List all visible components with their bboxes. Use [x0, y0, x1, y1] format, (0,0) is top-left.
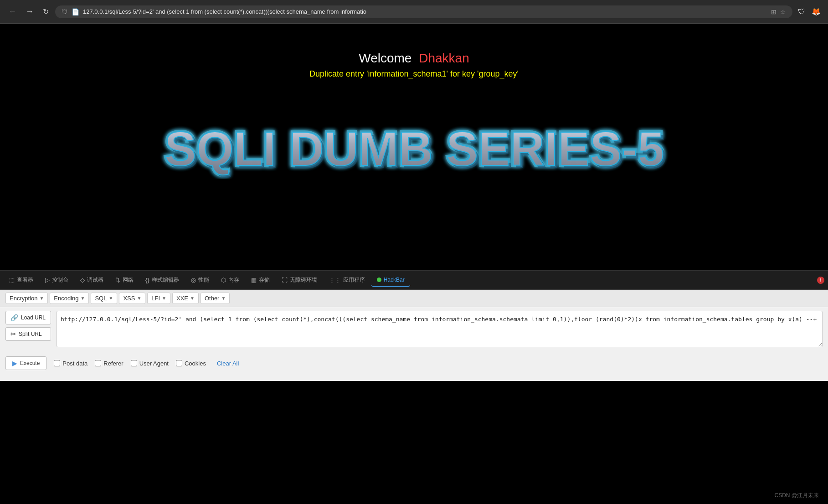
lfi-arrow: ▼: [162, 296, 166, 301]
post-data-checkbox-label[interactable]: Post data: [54, 360, 87, 367]
cookies-checkbox-label[interactable]: Cookies: [176, 360, 206, 367]
bookmark-icon: ☆: [780, 8, 786, 15]
encryption-label: Encryption: [10, 295, 37, 302]
tab-inspector[interactable]: ⬚ 查看器: [4, 273, 39, 287]
tab-performance-label: 性能: [198, 276, 209, 284]
browser-chrome: ← → ↻ 🛡 📄 127.0.0.1/sql/Less-5/?id=2' an…: [0, 0, 828, 24]
reload-button[interactable]: ↻: [40, 5, 51, 18]
execute-button[interactable]: ▶ Execute: [5, 356, 46, 370]
encoding-dropdown[interactable]: Encoding ▼: [50, 293, 89, 304]
tab-memory-label: 内存: [228, 276, 239, 284]
tab-network-label: 网络: [123, 276, 134, 284]
lfi-label: LFI: [151, 295, 160, 302]
tab-console[interactable]: ▷ 控制台: [40, 273, 74, 287]
debugger-icon: ◇: [80, 277, 85, 283]
cookies-label: Cookies: [185, 360, 206, 367]
other-arrow: ▼: [221, 296, 226, 301]
welcome-prefix: Welcome: [359, 51, 411, 65]
load-url-label: Load URL: [21, 314, 46, 321]
tab-inspector-label: 查看器: [17, 276, 33, 284]
hackbar-panel: Encryption ▼ Encoding ▼ SQL ▼ XSS ▼ LFI …: [0, 290, 828, 381]
accessibility-icon: ⛶: [282, 277, 288, 283]
split-url-icon: ✂: [10, 330, 16, 338]
referer-checkbox-label[interactable]: Referer: [95, 360, 123, 367]
address-bar[interactable]: 🛡 📄 127.0.0.1/sql/Less-5/?id=2' and (sel…: [55, 5, 792, 18]
load-url-icon: 🔗: [10, 314, 18, 321]
split-url-button[interactable]: ✂ Split URL: [5, 327, 51, 341]
tab-performance[interactable]: ◎ 性能: [185, 273, 215, 287]
page-content: Welcome Dhakkan Duplicate entry 'informa…: [0, 24, 828, 270]
network-icon: ⇅: [115, 277, 120, 283]
hackbar-url-area: [57, 311, 823, 349]
url-textarea[interactable]: [57, 311, 823, 347]
error-indicator: !: [817, 277, 824, 284]
clear-all-button[interactable]: Clear All: [213, 358, 242, 369]
url-display: 127.0.0.1/sql/Less-5/?id=2' and (select …: [83, 8, 767, 15]
hackbar-bottom: ▶ Execute Post data Referer User Agent C…: [0, 353, 828, 374]
tab-console-label: 控制台: [52, 276, 68, 284]
tab-hackbar-label: HackBar: [384, 277, 405, 283]
encryption-dropdown[interactable]: Encryption ▼: [5, 293, 48, 304]
hackbar-main: 🔗 Load URL ✂ Split URL: [0, 307, 828, 353]
logo-container: SQLI DUMB SERIES-5 SQLI DUMB SERIES-5 SQ…: [141, 106, 688, 181]
browser-actions: 🛡 🦊: [796, 5, 823, 18]
tab-accessibility-label: 无障碍环境: [290, 276, 317, 284]
sql-label: SQL: [95, 295, 107, 302]
page-icon: 📄: [72, 8, 79, 15]
back-button[interactable]: ←: [5, 5, 19, 18]
hackbar-sidebar: 🔗 Load URL ✂ Split URL: [5, 311, 51, 341]
other-dropdown[interactable]: Other ▼: [201, 293, 230, 304]
hackbar-active-icon: [377, 278, 381, 282]
forward-button[interactable]: →: [23, 5, 36, 18]
post-data-checkbox[interactable]: [54, 360, 60, 366]
tab-memory[interactable]: ⬡ 内存: [216, 273, 245, 287]
xss-arrow: ▼: [137, 296, 141, 301]
referer-checkbox[interactable]: [95, 360, 101, 366]
tab-style-editor[interactable]: {} 样式编辑器: [140, 273, 185, 287]
tab-debugger[interactable]: ◇ 调试器: [75, 273, 109, 287]
xxe-dropdown[interactable]: XXE ▼: [172, 293, 199, 304]
lfi-dropdown[interactable]: LFI ▼: [147, 293, 170, 304]
tab-apps[interactable]: ⋮⋮ 应用程序: [324, 273, 370, 287]
extension-button-2[interactable]: 🦊: [810, 5, 823, 18]
referer-label: Referer: [103, 360, 123, 367]
user-agent-checkbox-label[interactable]: User Agent: [131, 360, 169, 367]
tab-network[interactable]: ⇅ 网络: [110, 273, 139, 287]
user-agent-checkbox[interactable]: [131, 360, 137, 366]
memory-icon: ⬡: [221, 277, 226, 283]
tab-hackbar[interactable]: HackBar: [371, 274, 410, 287]
tab-accessibility[interactable]: ⛶ 无障碍环境: [276, 273, 323, 287]
subtitle-text: Duplicate entry 'information_schema1' fo…: [309, 69, 519, 79]
performance-icon: ◎: [191, 277, 196, 283]
tab-storage-label: 存储: [259, 276, 270, 284]
apps-icon: ⋮⋮: [329, 277, 341, 283]
extension-button-1[interactable]: 🛡: [796, 6, 807, 18]
encoding-label: Encoding: [54, 295, 78, 302]
watermark: CSDN @江月未来: [774, 492, 819, 499]
xxe-label: XXE: [176, 295, 188, 302]
svg-text:SQLI DUMB SERIES-5: SQLI DUMB SERIES-5: [164, 122, 664, 175]
xxe-arrow: ▼: [190, 296, 195, 301]
shield-icon: 🛡: [62, 8, 68, 15]
translate-icon: ⊞: [771, 8, 777, 15]
sql-arrow: ▼: [108, 296, 113, 301]
sql-dropdown[interactable]: SQL ▼: [91, 293, 117, 304]
cookies-checkbox[interactable]: [176, 360, 182, 366]
tab-style-editor-label: 样式编辑器: [152, 276, 179, 284]
hackbar-toolbar: Encryption ▼ Encoding ▼ SQL ▼ XSS ▼ LFI …: [0, 290, 828, 307]
tab-storage[interactable]: ▦ 存储: [246, 273, 275, 287]
execute-label: Execute: [20, 360, 40, 366]
xss-dropdown[interactable]: XSS ▼: [119, 293, 145, 304]
execute-icon: ▶: [12, 360, 17, 367]
checkbox-group: Post data Referer User Agent Cookies Cle…: [54, 358, 242, 369]
welcome-heading: Welcome Dhakkan: [359, 51, 469, 66]
load-url-button[interactable]: 🔗 Load URL: [5, 311, 51, 324]
logo-svg: SQLI DUMB SERIES-5 SQLI DUMB SERIES-5 SQ…: [141, 106, 688, 179]
inspector-icon: ⬚: [9, 277, 15, 283]
console-icon: ▷: [45, 277, 50, 283]
tab-debugger-label: 调试器: [87, 276, 103, 284]
other-label: Other: [205, 295, 220, 302]
encoding-arrow: ▼: [81, 296, 85, 301]
xss-label: XSS: [123, 295, 135, 302]
encryption-arrow: ▼: [39, 296, 44, 301]
